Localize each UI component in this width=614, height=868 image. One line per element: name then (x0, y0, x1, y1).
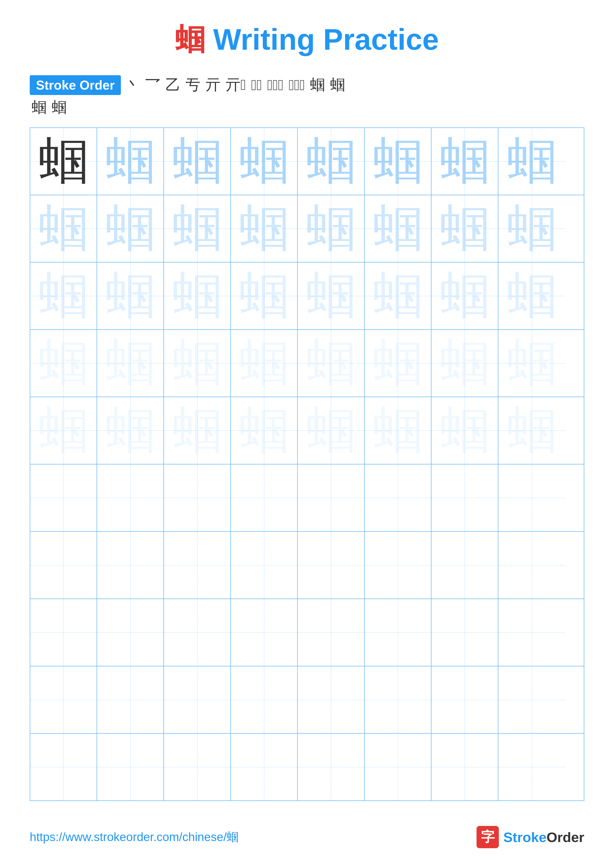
grid-cell: 蝈 (164, 330, 231, 397)
grid-cell (365, 465, 431, 531)
grid-cell (231, 532, 298, 598)
grid-cell: 蝈 (231, 397, 298, 464)
cell-char: 蝈 (239, 406, 289, 455)
grid-cell (164, 666, 231, 733)
grid-cell (431, 532, 498, 598)
grid-cell (298, 734, 365, 800)
grid-cell: 蝈 (365, 262, 431, 329)
grid-cell: 蝈 (498, 330, 565, 397)
cell-char: 蝈 (507, 204, 556, 253)
grid-cell: 蝈 (365, 397, 431, 464)
cell-char: 蝈 (306, 136, 356, 186)
grid-cell (97, 666, 164, 733)
grid-cell: 蝈 (298, 195, 365, 262)
footer-url[interactable]: https://www.strokeorder.com/chinese/蝈 (30, 829, 238, 845)
cell-char: 蝈 (306, 338, 356, 388)
grid-cell: 蝈 (164, 195, 231, 262)
cell-char: 蝈 (106, 271, 155, 321)
grid-row (30, 532, 584, 599)
grid-cell: 蝈 (164, 397, 231, 464)
grid-cell: 蝈 (498, 195, 565, 262)
grid-cell (97, 734, 164, 800)
grid-cell (431, 465, 498, 531)
grid-cell (365, 666, 431, 733)
grid-cell (298, 532, 365, 598)
grid-cell: 蝈 (431, 330, 498, 397)
cell-char: 蝈 (239, 204, 289, 253)
grid-cell: 蝈 (97, 128, 164, 195)
cell-char: 蝈 (106, 338, 155, 388)
grid-cell: 蝈 (30, 128, 97, 195)
grid-cell (30, 666, 97, 733)
grid-cell (498, 666, 565, 733)
cell-char: 蝈 (373, 204, 423, 253)
cell-char: 蝈 (239, 136, 289, 186)
cell-char: 蝈 (306, 271, 356, 321)
grid-cell (298, 465, 365, 531)
cell-char: 蝈 (106, 406, 155, 455)
grid-cell: 蝈 (231, 195, 298, 262)
grid-cell (164, 734, 231, 800)
grid-cell: 蝈 (97, 262, 164, 329)
grid-cell (164, 599, 231, 666)
cell-char: 蝈 (239, 338, 289, 388)
cell-char: 蝈 (373, 271, 423, 321)
grid-cell (30, 465, 97, 531)
cell-char: 蝈 (173, 204, 222, 253)
grid-cell (498, 599, 565, 666)
logo-icon: 字 (477, 826, 499, 848)
grid-row (30, 666, 584, 734)
cell-char: 蝈 (507, 136, 556, 186)
grid-cell: 蝈 (164, 128, 231, 195)
grid-cell (498, 734, 565, 800)
grid-row: 蝈蝈蝈蝈蝈蝈蝈蝈 (30, 330, 584, 397)
cell-char: 蝈 (440, 406, 490, 455)
grid-cell: 蝈 (231, 330, 298, 397)
cell-char: 蝈 (173, 406, 222, 455)
grid-row (30, 465, 584, 532)
grid-cell (231, 734, 298, 800)
grid-cell: 蝈 (298, 128, 365, 195)
grid-row: 蝈蝈蝈蝈蝈蝈蝈蝈 (30, 195, 584, 262)
grid-cell (365, 734, 431, 800)
practice-grid: 蝈蝈蝈蝈蝈蝈蝈蝈蝈蝈蝈蝈蝈蝈蝈蝈蝈蝈蝈蝈蝈蝈蝈蝈蝈蝈蝈蝈蝈蝈蝈蝈蝈蝈蝈蝈蝈蝈蝈蝈 (30, 127, 584, 801)
grid-row: 蝈蝈蝈蝈蝈蝈蝈蝈 (30, 262, 584, 330)
cell-char: 蝈 (39, 204, 88, 253)
stroke-order-section: Stroke Order 丶 乛 乙 亐 亓 亓𠄌 𠃊𠄌 𠃊𠄌𠃍 𠃊𠄌𠃌 蝈 蝈… (0, 75, 614, 118)
cell-char: 蝈 (106, 204, 155, 253)
cell-char: 蝈 (306, 204, 356, 253)
stroke-order-badge: Stroke Order (30, 75, 121, 95)
grid-cell: 蝈 (431, 195, 498, 262)
grid-cell (365, 532, 431, 598)
cell-char: 蝈 (306, 406, 356, 455)
grid-cell: 蝈 (365, 195, 431, 262)
grid-cell: 蝈 (498, 128, 565, 195)
grid-cell: 蝈 (30, 262, 97, 329)
grid-cell (164, 532, 231, 598)
grid-row (30, 599, 584, 666)
grid-cell (231, 599, 298, 666)
cell-char: 蝈 (373, 136, 423, 186)
grid-row: 蝈蝈蝈蝈蝈蝈蝈蝈 (30, 128, 584, 195)
cell-char: 蝈 (440, 271, 490, 321)
grid-cell (431, 734, 498, 800)
cell-char: 蝈 (507, 406, 556, 455)
cell-char: 蝈 (39, 136, 88, 186)
grid-cell: 蝈 (298, 397, 365, 464)
footer: https://www.strokeorder.com/chinese/蝈 字 … (0, 826, 614, 848)
cell-char: 蝈 (440, 204, 490, 253)
grid-cell: 蝈 (30, 330, 97, 397)
grid-cell (431, 666, 498, 733)
grid-cell: 蝈 (431, 128, 498, 195)
cell-char: 蝈 (440, 136, 490, 186)
cell-char: 蝈 (173, 136, 222, 186)
grid-row (30, 734, 584, 800)
grid-cell (97, 599, 164, 666)
cell-char: 蝈 (440, 338, 490, 388)
grid-cell (30, 599, 97, 666)
grid-cell (231, 666, 298, 733)
cell-char: 蝈 (173, 271, 222, 321)
grid-cell: 蝈 (498, 397, 565, 464)
grid-cell: 蝈 (298, 330, 365, 397)
logo-text: StrokeOrder (503, 829, 584, 845)
